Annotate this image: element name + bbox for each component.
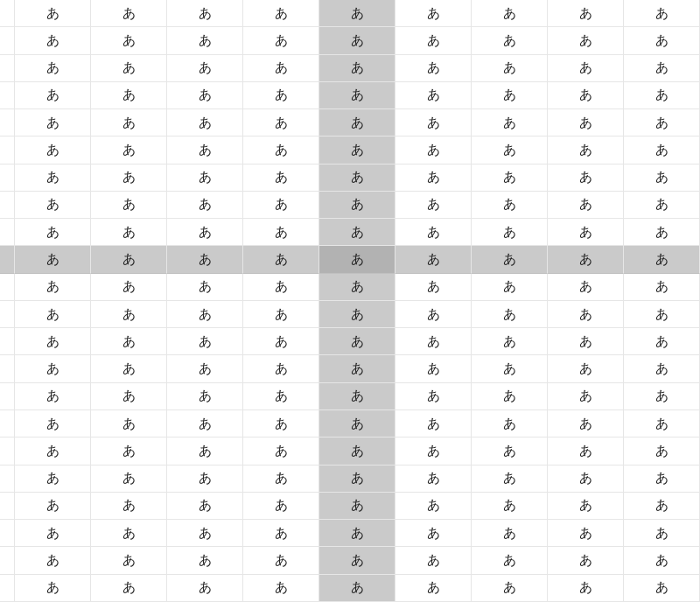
spreadsheet-cell[interactable]: あ — [91, 438, 167, 465]
spreadsheet-cell[interactable]: あ — [167, 520, 243, 547]
spreadsheet-cell[interactable]: あ — [319, 82, 396, 109]
spreadsheet-cell[interactable] — [0, 438, 15, 465]
spreadsheet-cell[interactable]: あ — [91, 136, 167, 164]
spreadsheet-cell[interactable]: あ — [472, 575, 548, 602]
spreadsheet-cell[interactable]: あ — [15, 27, 91, 54]
spreadsheet-cell[interactable]: あ — [243, 410, 319, 438]
spreadsheet-cell[interactable]: あ — [15, 274, 91, 301]
spreadsheet-cell[interactable]: あ — [243, 82, 319, 109]
spreadsheet-cell[interactable]: あ — [319, 301, 396, 328]
spreadsheet-cell[interactable]: あ — [472, 82, 548, 109]
spreadsheet-cell[interactable]: あ — [15, 136, 91, 164]
spreadsheet-cell[interactable]: あ — [243, 219, 319, 246]
spreadsheet-cell[interactable]: あ — [472, 383, 548, 410]
spreadsheet-cell[interactable]: あ — [15, 164, 91, 192]
spreadsheet-cell[interactable]: あ — [91, 328, 167, 355]
spreadsheet-cell[interactable]: あ — [319, 164, 396, 192]
spreadsheet-cell[interactable]: あ — [91, 520, 167, 547]
spreadsheet-cell[interactable]: あ — [15, 109, 91, 136]
spreadsheet-cell[interactable]: あ — [396, 575, 472, 602]
spreadsheet-cell[interactable]: あ — [624, 55, 700, 82]
spreadsheet-cell[interactable]: あ — [548, 192, 624, 219]
spreadsheet-cell[interactable]: あ — [624, 219, 700, 246]
spreadsheet-cell[interactable]: あ — [396, 410, 472, 438]
spreadsheet-cell[interactable]: あ — [167, 355, 243, 382]
spreadsheet-cell[interactable]: あ — [624, 27, 700, 54]
spreadsheet-cell[interactable]: あ — [243, 547, 319, 574]
spreadsheet-cell[interactable]: あ — [243, 493, 319, 520]
spreadsheet-cell[interactable]: あ — [548, 493, 624, 520]
spreadsheet-cell[interactable]: あ — [243, 383, 319, 410]
spreadsheet-cell[interactable]: あ — [472, 219, 548, 246]
spreadsheet-cell[interactable]: あ — [91, 109, 167, 136]
spreadsheet-cell[interactable]: あ — [167, 547, 243, 574]
spreadsheet-cell[interactable]: あ — [319, 136, 396, 164]
spreadsheet-cell[interactable]: あ — [319, 355, 396, 382]
spreadsheet-cell[interactable]: あ — [472, 0, 548, 27]
spreadsheet-cell[interactable]: あ — [396, 246, 472, 273]
spreadsheet-cell[interactable]: あ — [15, 82, 91, 109]
spreadsheet-cell[interactable]: あ — [167, 82, 243, 109]
spreadsheet-cell[interactable]: あ — [91, 246, 167, 273]
spreadsheet-cell[interactable]: あ — [624, 355, 700, 382]
spreadsheet-cell[interactable]: あ — [243, 328, 319, 355]
spreadsheet-grid[interactable]: ああああああああああああああああああああああああああああああああああああああああ… — [0, 0, 700, 602]
spreadsheet-cell[interactable]: あ — [548, 246, 624, 273]
spreadsheet-cell[interactable]: あ — [319, 328, 396, 355]
spreadsheet-cell[interactable]: あ — [472, 164, 548, 192]
spreadsheet-cell[interactable]: あ — [624, 410, 700, 438]
spreadsheet-cell[interactable]: あ — [167, 328, 243, 355]
spreadsheet-cell[interactable]: あ — [167, 383, 243, 410]
spreadsheet-cell[interactable]: あ — [396, 355, 472, 382]
spreadsheet-cell[interactable]: あ — [167, 55, 243, 82]
spreadsheet-cell[interactable]: あ — [624, 192, 700, 219]
spreadsheet-cell[interactable]: あ — [167, 493, 243, 520]
spreadsheet-cell[interactable]: あ — [91, 383, 167, 410]
spreadsheet-cell[interactable]: あ — [624, 383, 700, 410]
spreadsheet-cell[interactable]: あ — [91, 55, 167, 82]
spreadsheet-cell[interactable]: あ — [15, 219, 91, 246]
spreadsheet-cell[interactable]: あ — [548, 520, 624, 547]
spreadsheet-cell[interactable]: あ — [91, 274, 167, 301]
spreadsheet-cell[interactable]: あ — [15, 520, 91, 547]
spreadsheet-cell[interactable]: あ — [396, 383, 472, 410]
spreadsheet-cell[interactable]: あ — [167, 27, 243, 54]
spreadsheet-cell[interactable]: あ — [472, 55, 548, 82]
spreadsheet-cell[interactable]: あ — [624, 109, 700, 136]
spreadsheet-cell[interactable] — [0, 547, 15, 574]
spreadsheet-cell[interactable]: あ — [243, 274, 319, 301]
spreadsheet-cell[interactable]: あ — [472, 27, 548, 54]
spreadsheet-cell[interactable] — [0, 410, 15, 438]
spreadsheet-cell[interactable]: あ — [396, 55, 472, 82]
spreadsheet-cell[interactable]: あ — [91, 493, 167, 520]
spreadsheet-cell[interactable]: あ — [472, 438, 548, 465]
spreadsheet-cell[interactable]: あ — [15, 547, 91, 574]
spreadsheet-cell[interactable]: あ — [167, 410, 243, 438]
spreadsheet-cell[interactable]: あ — [91, 547, 167, 574]
spreadsheet-cell[interactable]: あ — [396, 466, 472, 493]
spreadsheet-cell[interactable]: あ — [624, 82, 700, 109]
spreadsheet-cell[interactable]: あ — [15, 410, 91, 438]
spreadsheet-cell[interactable]: あ — [319, 575, 396, 602]
spreadsheet-cell[interactable] — [0, 301, 15, 328]
spreadsheet-cell[interactable]: あ — [91, 466, 167, 493]
spreadsheet-cell[interactable]: あ — [548, 164, 624, 192]
spreadsheet-cell[interactable]: あ — [396, 493, 472, 520]
spreadsheet-cell[interactable]: あ — [548, 55, 624, 82]
spreadsheet-cell[interactable]: あ — [548, 355, 624, 382]
spreadsheet-cell[interactable]: あ — [91, 82, 167, 109]
spreadsheet-cell[interactable]: あ — [167, 575, 243, 602]
spreadsheet-cell[interactable]: あ — [243, 136, 319, 164]
spreadsheet-cell[interactable]: あ — [319, 493, 396, 520]
spreadsheet-cell[interactable]: あ — [396, 274, 472, 301]
spreadsheet-cell[interactable]: あ — [243, 438, 319, 465]
spreadsheet-cell[interactable] — [0, 219, 15, 246]
spreadsheet-cell[interactable]: あ — [91, 355, 167, 382]
spreadsheet-cell[interactable]: あ — [91, 575, 167, 602]
spreadsheet-cell[interactable]: あ — [91, 410, 167, 438]
spreadsheet-cell[interactable]: あ — [91, 301, 167, 328]
spreadsheet-cell[interactable]: あ — [243, 355, 319, 382]
spreadsheet-cell[interactable]: あ — [624, 547, 700, 574]
spreadsheet-cell[interactable] — [0, 136, 15, 164]
spreadsheet-cell[interactable]: あ — [167, 438, 243, 465]
